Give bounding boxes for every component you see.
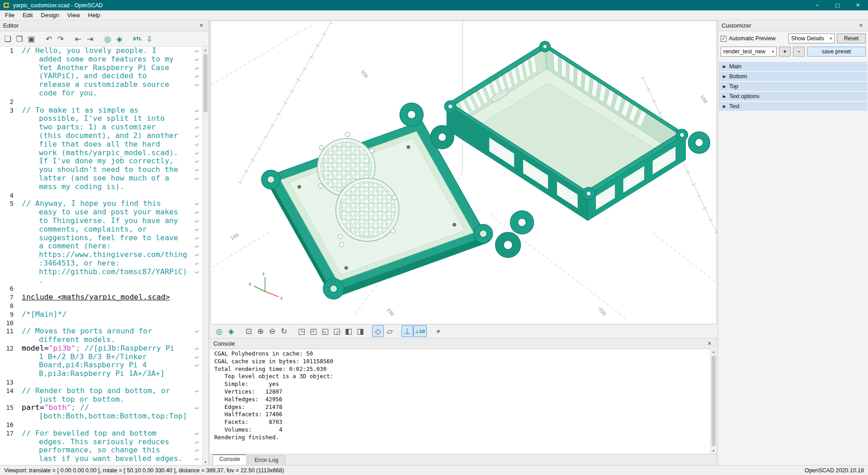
console-output[interactable]: CGAL Polyhedrons in cache: 50CGAL cache … — [210, 348, 710, 454]
code-text: /*[Main]*/ — [18, 310, 66, 319]
console-close-icon[interactable]: ✕ — [706, 341, 713, 347]
editor-row: a comment (here:↵ — [0, 242, 202, 251]
console-scrollbar-thumb[interactable] — [712, 356, 716, 446]
line-number — [0, 370, 18, 378]
undo-button[interactable]: ↶ — [43, 33, 55, 45]
render-button[interactable]: ◈ — [113, 33, 125, 45]
orthogonal-button[interactable]: ▱ — [384, 325, 396, 337]
preview-button[interactable]: ◎ — [102, 33, 113, 45]
customizer-section-test[interactable]: ▶Test — [719, 102, 868, 111]
editor-row: 16 — [0, 421, 202, 429]
code-text: [both:Both,bottom:Bottom,top:Top] — [18, 412, 187, 421]
code-text: possible, I've split it into — [18, 114, 165, 123]
view-left-button[interactable]: ◲ — [331, 325, 343, 337]
editor-row: work (maths/yarpic_model.scad).↵ — [0, 149, 202, 157]
wrap-marker-icon: ↵ — [195, 234, 199, 243]
view-back-button[interactable]: ◨ — [354, 325, 366, 337]
add-preset-button[interactable]: + — [779, 47, 791, 57]
menu-edit[interactable]: Edit — [19, 11, 37, 19]
line-number — [0, 149, 18, 157]
zoom-all-button[interactable]: ⊡ — [243, 325, 255, 337]
customizer-close-icon[interactable]: ✕ — [857, 23, 865, 28]
view-front-button[interactable]: ◧ — [343, 325, 354, 337]
print-3d-button[interactable]: ⇩ — [143, 33, 155, 45]
remove-preset-button[interactable]: - — [793, 47, 805, 57]
line-number — [0, 217, 18, 225]
scroll-down-icon[interactable]: ▼ — [203, 459, 208, 465]
editor-scrollbar-thumb[interactable] — [203, 54, 208, 112]
editor-toolbar: ❏❒▣↶↷⇤⇥◎◈STL⇩ — [0, 31, 208, 47]
line-number — [0, 361, 18, 370]
show-crosshairs-button[interactable]: ⌖ — [433, 325, 444, 337]
code-text: mess my coding is). — [18, 183, 124, 191]
editor-close-icon[interactable]: ✕ — [198, 23, 205, 28]
editor-row: (YARPiC), and decided to↵ — [0, 72, 202, 81]
save-button[interactable]: ▣ — [25, 33, 37, 45]
scroll-down-icon[interactable]: ▼ — [711, 447, 717, 454]
zoom-in-button[interactable]: ⊕ — [255, 325, 266, 337]
menu-help[interactable]: Help — [84, 11, 104, 19]
zoom-out-button[interactable]: ⊖ — [266, 325, 278, 337]
code-text — [18, 378, 22, 387]
editor-scrollbar[interactable]: ▲ ▼ — [202, 47, 208, 465]
code-text: easy to use and post your makes — [18, 208, 178, 217]
show-axes-button[interactable]: ⊥ — [401, 325, 413, 337]
menu-view[interactable]: View — [63, 11, 84, 19]
unindent-button[interactable]: ⇤ — [72, 33, 84, 45]
details-dropdown[interactable]: Show Details ▾ — [788, 33, 835, 43]
tab-error-log[interactable]: Error-Log — [248, 456, 285, 465]
indent-button[interactable]: ⇥ — [84, 33, 96, 45]
render-button[interactable]: ◈ — [225, 325, 237, 337]
close-button[interactable]: ✕ — [848, 0, 868, 10]
viewport-3d[interactable]: 100 100 100 -100 100 — [210, 20, 717, 324]
line-number — [0, 242, 18, 251]
perspective-button[interactable]: ◇ — [372, 325, 384, 337]
export-stl-button[interactable]: STL — [131, 33, 143, 45]
menu-file[interactable]: File — [1, 11, 19, 19]
minimize-button[interactable]: ─ — [807, 0, 827, 10]
reset-view-button[interactable]: ↻ — [278, 325, 290, 337]
section-label: Test — [729, 103, 740, 109]
tab-console[interactable]: Console — [212, 454, 247, 465]
editor-row: 17// For bevelled top and bottom↵ — [0, 429, 202, 438]
details-dropdown-value: Show Details — [791, 35, 824, 42]
wrap-marker-icon: ↵ — [195, 455, 199, 464]
new-file-button[interactable]: ❏ — [2, 33, 14, 45]
maximize-button[interactable]: □ — [827, 0, 848, 10]
editor-row: comments, complaints, or↵ — [0, 225, 202, 234]
editor-row: latter (and see how much of a↵ — [0, 174, 202, 183]
save-preset-button[interactable]: save preset — [807, 47, 866, 57]
open-file-button[interactable]: ❒ — [14, 33, 25, 45]
view-top-button[interactable]: ◰ — [307, 325, 319, 337]
editor-row: 11// Moves the ports around for↵ — [0, 327, 202, 336]
view-bottom-button[interactable]: ◱ — [319, 325, 331, 337]
customizer-section-text-options[interactable]: ▶Text options — [719, 92, 868, 101]
view-right-button[interactable]: ◳ — [296, 325, 307, 337]
editor-code-area[interactable]: 1// Hello, you lovely people. I↵added so… — [0, 47, 202, 465]
line-number — [0, 166, 18, 174]
menu-design[interactable]: Design — [37, 11, 63, 19]
customizer-section-main[interactable]: ▶Main — [719, 62, 868, 71]
line-number: 15 — [0, 404, 18, 412]
preset-dropdown[interactable]: render_test_new ▾ — [721, 47, 777, 57]
code-text: include <maths/yarpic_model.scad> — [18, 293, 170, 302]
code-text: http://github.com/tomsc87/YARPiC) — [18, 268, 187, 276]
scroll-up-icon[interactable]: ▲ — [203, 47, 208, 53]
line-number: 5 — [0, 200, 18, 208]
customizer-section-bottom[interactable]: ▶Bottom — [719, 72, 868, 81]
viewport-3d-scene[interactable]: 100 100 100 -100 100 — [211, 21, 717, 324]
customizer-section-top[interactable]: ▶Top — [719, 82, 868, 91]
scroll-up-icon[interactable]: ▲ — [711, 348, 717, 355]
console-scrollbar[interactable]: ▲ ▼ — [710, 348, 717, 454]
code-text: If I've done my job correctly, — [18, 157, 174, 166]
redo-button[interactable]: ↷ — [55, 33, 66, 45]
show-scale-markers-button[interactable]: ⊥10 — [413, 325, 427, 337]
openscad-window: yarpic_customizer.scad - OpenSCAD ─ □ ✕ … — [0, 0, 868, 475]
editor-row: 8 — [0, 302, 202, 310]
preview-button[interactable]: ◎ — [213, 325, 225, 337]
line-number: 16 — [0, 421, 18, 429]
reset-button[interactable]: Reset — [837, 33, 866, 43]
automatic-preview-checkbox[interactable]: ✓ — [721, 36, 726, 42]
editor-row: 3// To make it as simple as↵ — [0, 106, 202, 115]
editor-row: [both:Both,bottom:Bottom,top:Top] — [0, 412, 202, 421]
